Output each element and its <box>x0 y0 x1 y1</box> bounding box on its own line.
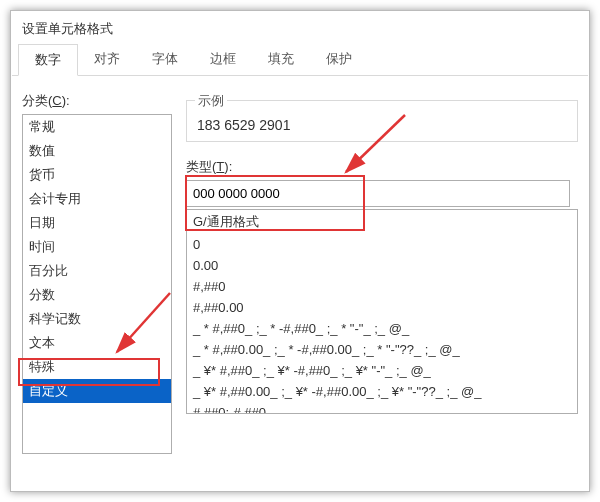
category-item[interactable]: 日期 <box>23 211 171 235</box>
format-code-item[interactable]: _ * #,##0.00_ ;_ * -#,##0.00_ ;_ * "-"??… <box>187 339 577 360</box>
format-cells-dialog: 设置单元格格式 数字对齐字体边框填充保护 分类(C): 常规数值货币会计专用日期… <box>12 12 588 490</box>
format-code-item[interactable]: #,##0.00 <box>187 297 577 318</box>
format-code-item[interactable]: 0.00 <box>187 255 577 276</box>
format-code-item[interactable]: 0 <box>187 234 577 255</box>
example-box: 示例 183 6529 2901 <box>186 100 578 142</box>
format-code-item[interactable]: #,##0;-#,##0 <box>187 402 577 414</box>
category-item[interactable]: 文本 <box>23 331 171 355</box>
example-value: 183 6529 2901 <box>195 117 569 133</box>
format-code-item[interactable]: _ ¥* #,##0.00_ ;_ ¥* -#,##0.00_ ;_ ¥* "-… <box>187 381 577 402</box>
category-item[interactable]: 特殊 <box>23 355 171 379</box>
dialog-title: 设置单元格格式 <box>12 12 588 44</box>
category-label: 分类(C): <box>22 92 172 110</box>
format-code-item[interactable]: _ ¥* #,##0_ ;_ ¥* -#,##0_ ;_ ¥* "-"_ ;_ … <box>187 360 577 381</box>
format-code-item[interactable]: _ * #,##0_ ;_ * -#,##0_ ;_ * "-"_ ;_ @_ <box>187 318 577 339</box>
category-item[interactable]: 数值 <box>23 139 171 163</box>
tab-strip: 数字对齐字体边框填充保护 <box>12 44 588 76</box>
category-item[interactable]: 常规 <box>23 115 171 139</box>
category-item[interactable]: 百分比 <box>23 259 171 283</box>
category-item[interactable]: 货币 <box>23 163 171 187</box>
category-item[interactable]: 自定义 <box>23 379 171 403</box>
format-code-item[interactable]: G/通用格式 <box>187 210 577 234</box>
tab-0[interactable]: 数字 <box>18 44 78 76</box>
tab-3[interactable]: 边框 <box>194 44 252 75</box>
category-item[interactable]: 分数 <box>23 283 171 307</box>
type-label: 类型(T): <box>186 158 578 176</box>
format-code-item[interactable]: #,##0 <box>187 276 577 297</box>
example-legend: 示例 <box>195 92 227 110</box>
category-item[interactable]: 会计专用 <box>23 187 171 211</box>
tab-1[interactable]: 对齐 <box>78 44 136 75</box>
format-codes-listbox[interactable]: G/通用格式00.00#,##0#,##0.00_ * #,##0_ ;_ * … <box>186 209 578 414</box>
tab-5[interactable]: 保护 <box>310 44 368 75</box>
type-input[interactable] <box>186 180 570 207</box>
category-item[interactable]: 时间 <box>23 235 171 259</box>
tab-2[interactable]: 字体 <box>136 44 194 75</box>
category-item[interactable]: 科学记数 <box>23 307 171 331</box>
tab-4[interactable]: 填充 <box>252 44 310 75</box>
category-listbox[interactable]: 常规数值货币会计专用日期时间百分比分数科学记数文本特殊自定义 <box>22 114 172 454</box>
